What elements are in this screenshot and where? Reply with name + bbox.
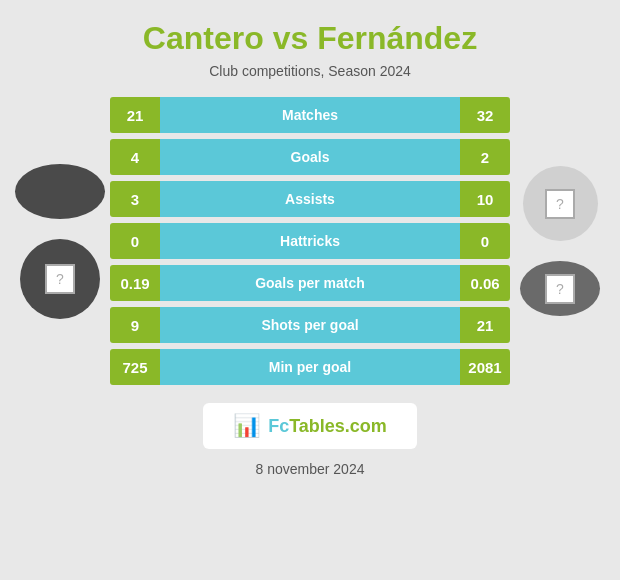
player-left-avatar-top	[15, 164, 105, 219]
stat-label: Min per goal	[160, 349, 460, 385]
stat-left-value: 3	[110, 181, 160, 217]
question-icon-right-bottom: ?	[556, 281, 564, 297]
player-left-avatar-bottom: ?	[20, 239, 100, 319]
player-right-avatars: ? ?	[510, 166, 610, 316]
player-right-icon-top: ?	[545, 189, 575, 219]
stat-row: 21Matches32	[110, 97, 510, 133]
logo-area: 📊 FcTables.com	[203, 403, 417, 449]
stat-row: 725Min per goal2081	[110, 349, 510, 385]
logo-icon: 📊	[233, 413, 260, 439]
stat-row: 3Assists10	[110, 181, 510, 217]
stat-right-value: 2	[460, 139, 510, 175]
player-right-avatar-top: ?	[523, 166, 598, 241]
stat-row: 0.19Goals per match0.06	[110, 265, 510, 301]
stat-label: Assists	[160, 181, 460, 217]
stat-row: 9Shots per goal21	[110, 307, 510, 343]
player-left-avatars: ?	[10, 164, 110, 319]
question-icon-left: ?	[56, 271, 64, 287]
stat-label: Goals per match	[160, 265, 460, 301]
logo-tables: Tables.com	[289, 416, 387, 436]
player-left-icon: ?	[45, 264, 75, 294]
stat-left-value: 0	[110, 223, 160, 259]
stat-right-value: 0	[460, 223, 510, 259]
question-icon-right-top: ?	[556, 196, 564, 212]
stat-right-value: 21	[460, 307, 510, 343]
stat-label: Hattricks	[160, 223, 460, 259]
player-right-icon-bottom: ?	[545, 274, 575, 304]
stat-row: 0Hattricks0	[110, 223, 510, 259]
stat-right-value: 0.06	[460, 265, 510, 301]
logo-text: FcTables.com	[268, 416, 387, 437]
stat-right-value: 10	[460, 181, 510, 217]
stat-right-value: 2081	[460, 349, 510, 385]
date-label: 8 november 2024	[256, 461, 365, 477]
stat-label: Goals	[160, 139, 460, 175]
stats-container: 21Matches324Goals23Assists100Hattricks00…	[110, 97, 510, 385]
stat-label: Shots per goal	[160, 307, 460, 343]
logo-fc: Fc	[268, 416, 289, 436]
stat-left-value: 725	[110, 349, 160, 385]
stat-right-value: 32	[460, 97, 510, 133]
stat-left-value: 9	[110, 307, 160, 343]
stat-row: 4Goals2	[110, 139, 510, 175]
stat-label: Matches	[160, 97, 460, 133]
main-content: ? 21Matches324Goals23Assists100Hattricks…	[10, 97, 610, 385]
page-subtitle: Club competitions, Season 2024	[209, 63, 411, 79]
stat-left-value: 4	[110, 139, 160, 175]
page-title: Cantero vs Fernández	[143, 20, 477, 57]
stat-left-value: 0.19	[110, 265, 160, 301]
stat-left-value: 21	[110, 97, 160, 133]
player-right-avatar-bottom: ?	[520, 261, 600, 316]
